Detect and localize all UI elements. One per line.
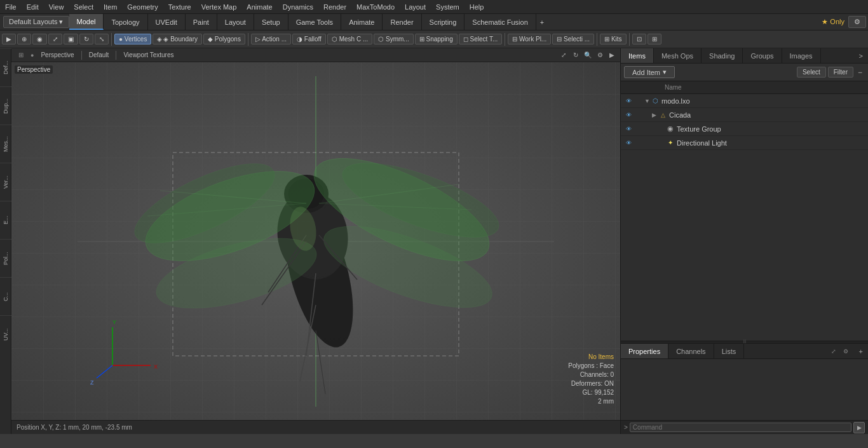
tool-action-btn[interactable]: ▷ Action ... [251, 34, 291, 44]
viewport-perspective-label[interactable]: Perspective [37, 51, 78, 59]
sidebar-tab-def[interactable]: Def... [0, 48, 11, 86]
layout-star[interactable]: ★ Only [818, 17, 848, 27]
prop-tab-properties[interactable]: Properties [621, 344, 668, 358]
tool-scale[interactable]: ⤡ [95, 34, 109, 44]
sidebar-tab-uv[interactable]: UV... [0, 315, 11, 353]
menu-vertex-map[interactable]: Vertex Map [196, 2, 242, 12]
layout-tab-uvedit[interactable]: UVEdit [148, 14, 186, 30]
vp-expand-icon[interactable]: ▶ [607, 50, 617, 60]
tool-snapping-btn[interactable]: ⊞ Snapping [415, 34, 458, 44]
layout-tab-animate[interactable]: Animate [341, 14, 383, 30]
eye-icon-cicada[interactable]: 👁 [624, 111, 633, 119]
vp-rotate-icon[interactable]: ↻ [571, 50, 581, 60]
panel-tab-images[interactable]: Images [782, 48, 821, 63]
tool-kits-btn[interactable]: ⊞ Kits [600, 34, 626, 44]
tool-meshc-btn[interactable]: ⬡ Mesh C ... [327, 34, 372, 44]
sidebar-tab-ver[interactable]: Ver... [0, 163, 11, 201]
cmd-input[interactable] [630, 423, 851, 432]
panel-tab-items[interactable]: Items [621, 48, 654, 63]
tool-falloff-btn[interactable]: ◑ Falloff [292, 34, 326, 44]
tool-boundary-btn[interactable]: ◈ ◈ Boundary [153, 34, 202, 44]
expand-icon-modo[interactable]: ▼ [644, 98, 651, 104]
layout-tab-render[interactable]: Render [383, 14, 421, 30]
eye-icon-light[interactable]: 👁 [624, 139, 633, 147]
vp-zoom-icon[interactable]: 🔍 [583, 50, 593, 60]
expand-icon-cicada[interactable]: ▶ [652, 112, 658, 118]
tree-row-cicada[interactable]: 👁 ▶ △ Cicada [621, 108, 868, 122]
left-sidebar: Def... Dup... Mes... Ver... E... Pol... … [0, 48, 11, 434]
layout-tab-layout[interactable]: Layout [217, 14, 254, 30]
tool-transform[interactable]: ⤢ [48, 34, 62, 44]
tool-selecti-btn[interactable]: ⊟ Selecti ... [552, 34, 594, 44]
sidebar-tab-mes[interactable]: Mes... [0, 125, 11, 163]
viewport-default-label[interactable]: Default [85, 51, 113, 59]
tool-view-icon1[interactable]: ⊡ [632, 34, 646, 44]
panel-tab-mesh-ops[interactable]: Mesh Ops [654, 48, 702, 63]
tool-selectt-btn[interactable]: ◻ Select T... [459, 34, 503, 44]
menu-select[interactable]: Select [69, 2, 98, 12]
add-item-button[interactable]: Add Item ▾ [624, 66, 675, 78]
vp-move-icon[interactable]: ⤢ [559, 50, 569, 60]
menu-edit[interactable]: Edit [22, 2, 44, 12]
layout-tab-game-tools[interactable]: Game Tools [288, 14, 342, 30]
menu-layout[interactable]: Layout [400, 2, 431, 12]
tool-symm-btn[interactable]: ⬡ Symm... [374, 34, 413, 44]
panel-tab-shading[interactable]: Shading [702, 48, 743, 63]
prop-settings-icon[interactable]: ⚙ [841, 346, 851, 356]
prop-tab-lists[interactable]: Lists [714, 344, 745, 358]
sidebar-tab-pol[interactable]: Pol... [0, 239, 11, 277]
layout-tab-paint[interactable]: Paint [186, 14, 217, 30]
eye-icon-texture[interactable]: 👁 [624, 125, 633, 133]
layout-settings-btn[interactable]: ⚙ [848, 16, 866, 28]
tool-select-arrow[interactable]: ▶ [2, 34, 16, 44]
select-button[interactable]: Select [797, 67, 826, 78]
sidebar-tab-e[interactable]: E... [0, 201, 11, 239]
tool-rotate[interactable]: ↻ [79, 34, 93, 44]
menu-view[interactable]: View [44, 2, 69, 12]
menu-help[interactable]: Help [465, 2, 489, 12]
eye-icon-modo[interactable]: 👁 [624, 97, 633, 105]
tool-vertices-btn[interactable]: ● Vertices [114, 34, 151, 44]
tool-lasso[interactable]: ◉ [32, 34, 47, 44]
layout-tab-schematic[interactable]: Schematic Fusion [465, 14, 536, 30]
prop-tab-channels[interactable]: Channels [668, 344, 714, 358]
tree-row-modo-root[interactable]: 👁 ▼ ⬡ modo.lxo [621, 94, 868, 108]
sidebar-tab-dup[interactable]: Dup... [0, 86, 11, 125]
menu-item[interactable]: Item [98, 2, 122, 12]
layout-tab-scripting[interactable]: Scripting [422, 14, 465, 30]
tool-box[interactable]: ▣ [64, 34, 78, 44]
panel-tab-groups[interactable]: Groups [743, 48, 782, 63]
layout-tab-setup[interactable]: Setup [254, 14, 288, 30]
label-dir-light: Directional Light [677, 139, 727, 147]
menu-animate[interactable]: Animate [241, 2, 277, 12]
tool-globe[interactable]: ⊕ [17, 34, 31, 44]
tree-row-texture-group[interactable]: 👁 ◉ Texture Group [621, 122, 868, 136]
cmd-go-btn[interactable]: ▶ [853, 422, 865, 433]
layout-plus-btn[interactable]: + [536, 17, 548, 27]
sidebar-tab-c[interactable]: C... [0, 277, 11, 315]
vp-settings-icon[interactable]: ⚙ [595, 50, 605, 60]
prop-tab-plus[interactable]: + [854, 346, 868, 357]
layout-tab-topology[interactable]: Topology [104, 14, 147, 30]
filter-button[interactable]: Filter [828, 67, 853, 78]
viewport-textures-label[interactable]: Viewport Textures [119, 51, 177, 59]
viewport-canvas[interactable]: Y X Z Perspective No Items Polygons : Fa… [11, 62, 620, 420]
viewport-bg: Y X Z Perspective No Items Polygons : Fa… [11, 62, 620, 420]
menu-geometry[interactable]: Geometry [122, 2, 163, 12]
scene-tree[interactable]: 👁 ▼ ⬡ modo.lxo 👁 ▶ △ Cicada 👁 [621, 94, 868, 341]
tool-workpl-btn[interactable]: ⊟ Work Pl... [508, 34, 551, 44]
menu-texture[interactable]: Texture [163, 2, 196, 12]
panel-minus-btn[interactable]: − [855, 67, 865, 78]
menu-file[interactable]: File [0, 2, 22, 12]
menu-system[interactable]: System [431, 2, 465, 12]
tool-polygons-btn[interactable]: ◆ Polygons [203, 34, 245, 44]
prop-expand-icon[interactable]: ⤢ [829, 346, 839, 356]
panel-tab-more[interactable]: > [854, 50, 868, 62]
layout-dropdown[interactable]: Default Layouts ▾ [3, 16, 69, 28]
tree-row-dir-light[interactable]: 👁 ✦ Directional Light [621, 136, 868, 150]
menu-maxtomodo[interactable]: MaxToModo [351, 2, 400, 12]
tool-view-icon2[interactable]: ⊞ [648, 34, 661, 44]
menu-dynamics[interactable]: Dynamics [278, 2, 318, 12]
menu-render[interactable]: Render [318, 2, 351, 12]
layout-tab-model[interactable]: Model [69, 14, 104, 30]
